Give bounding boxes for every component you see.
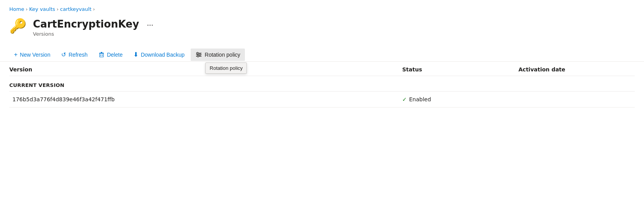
svg-point-10 (197, 55, 199, 57)
delete-icon (98, 52, 105, 58)
plus-icon: + (14, 51, 17, 58)
status-cell: ✓ Enabled (402, 96, 518, 102)
svg-rect-0 (101, 52, 102, 53)
refresh-button[interactable]: ↺ Refresh (57, 48, 92, 61)
version-column-header: Version (9, 66, 402, 73)
svg-rect-1 (99, 53, 104, 54)
status-column-header: Status (402, 66, 518, 73)
rotation-policy-button[interactable]: Rotation policy Rotation policy (191, 49, 245, 61)
status-value: Enabled (409, 96, 431, 102)
breadcrumb-cartkeyvault[interactable]: cartkeyvault (60, 6, 91, 12)
new-version-label: New Version (20, 52, 50, 58)
svg-point-9 (199, 54, 201, 55)
table-header: Version Status Activation date (9, 62, 635, 76)
table-row: 176b5d3a776f4d839e46f3a42f471ffb ✓ Enabl… (9, 92, 635, 107)
refresh-icon: ↺ (61, 51, 66, 58)
version-cell: 176b5d3a776f4d839e46f3a42f471ffb (9, 96, 402, 102)
download-backup-label: Download Backup (141, 52, 184, 58)
rotation-policy-icon (195, 52, 202, 58)
header-text: CartEncryptionKey ··· Versions (33, 18, 155, 37)
key-icon: 🔑 (9, 19, 27, 33)
refresh-label: Refresh (69, 52, 88, 58)
breadcrumb-home[interactable]: Home (9, 6, 24, 12)
breadcrumb-keyvaults[interactable]: Key vaults (29, 6, 55, 12)
svg-point-8 (197, 52, 198, 54)
breadcrumb-sep-1: › (26, 7, 28, 12)
ellipsis-button[interactable]: ··· (145, 21, 155, 28)
toolbar: + New Version ↺ Refresh Delete ⬇ Downloa… (0, 45, 644, 62)
activation-date-column-header: Activation date (518, 66, 635, 73)
new-version-button[interactable]: + New Version (9, 48, 55, 61)
download-backup-button[interactable]: ⬇ Download Backup (129, 48, 189, 61)
page-subtitle: Versions (33, 31, 155, 37)
page-title: CartEncryptionKey (33, 18, 139, 30)
breadcrumb-sep-2: › (57, 7, 59, 12)
delete-label: Delete (107, 52, 122, 58)
content-area: Version Status Activation date CURRENT V… (0, 62, 644, 107)
page-header: 🔑 CartEncryptionKey ··· Versions (0, 17, 644, 45)
download-icon: ⬇ (133, 51, 138, 58)
rotation-policy-label: Rotation policy (205, 52, 240, 58)
current-version-section: CURRENT VERSION (9, 76, 635, 92)
breadcrumb: Home › Key vaults › cartkeyvault › (0, 0, 644, 17)
enabled-checkmark-icon: ✓ (402, 96, 407, 102)
breadcrumb-sep-3: › (93, 7, 95, 12)
delete-button[interactable]: Delete (94, 49, 127, 61)
svg-rect-2 (100, 54, 103, 57)
